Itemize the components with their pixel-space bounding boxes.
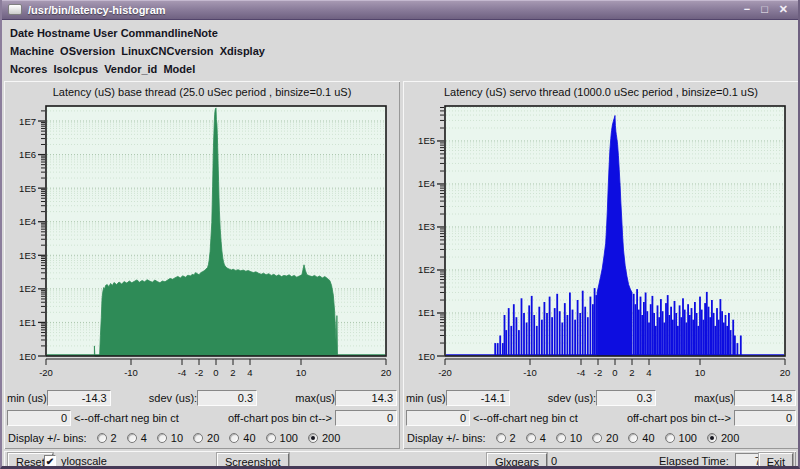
bottom-toolbar: Reset ✔ ylogscale Screenshot Glxgears 0 …: [4, 451, 796, 469]
radio-label: 200: [721, 432, 739, 444]
close-button[interactable]: ✕: [779, 3, 788, 16]
sdev-entry[interactable]: 0.3: [197, 390, 257, 406]
glxgears-button[interactable]: Glxgears: [487, 453, 547, 469]
pos-bin-count-entry[interactable]: 0: [734, 410, 796, 426]
svg-text:-20: -20: [438, 367, 452, 378]
pos-bin-count-entry[interactable]: 0: [335, 410, 397, 426]
radio-dot[interactable]: [526, 433, 536, 443]
svg-text:-10: -10: [523, 367, 537, 378]
ylogscale-checkbox[interactable]: ✔: [44, 455, 56, 467]
info-header: Date Hostname User CommandlineNote Machi…: [2, 20, 798, 80]
svg-text:10: 10: [695, 367, 706, 378]
min-entry[interactable]: -14.1: [446, 390, 510, 406]
svg-text:20: 20: [780, 367, 791, 378]
sdev-entry[interactable]: 0.3: [596, 390, 656, 406]
base-chart-title: Latency (uS) base thread (25.0 uSec peri…: [4, 82, 400, 100]
min-label: min (us): [7, 392, 47, 404]
radio-label: 4: [540, 432, 546, 444]
svg-text:1E1: 1E1: [418, 307, 435, 318]
radio-label: 200: [322, 432, 340, 444]
pos-bin-label: off-chart pos bin ct-->: [627, 412, 734, 424]
svg-text:1E2: 1E2: [19, 283, 36, 294]
radio-dot[interactable]: [628, 433, 638, 443]
minimize-button[interactable]: −: [744, 3, 750, 16]
app-window: /usr/bin/latency-histogram − □ ✕ Date Ho…: [0, 0, 800, 469]
radio-label: 40: [243, 432, 255, 444]
titlebar[interactable]: /usr/bin/latency-histogram − □ ✕: [2, 0, 798, 20]
radio-label: 100: [679, 432, 697, 444]
radio-dot[interactable]: [127, 433, 137, 443]
header-line-ncores: Ncores Isolcpus Vendor_id Model: [10, 60, 790, 78]
radio-dot[interactable]: [229, 433, 239, 443]
radio-label: 100: [280, 432, 298, 444]
svg-text:1E1: 1E1: [19, 317, 36, 328]
radio-label: 10: [570, 432, 582, 444]
neg-bin-count-entry[interactable]: 0: [7, 410, 71, 426]
header-line-date: Date Hostname User CommandlineNote: [10, 24, 790, 42]
radio-display-bins-100[interactable]: 100: [266, 432, 298, 444]
radio-display-bins-200[interactable]: 200: [308, 432, 340, 444]
servo-thread-histogram: 1E01E11E21E31E41E5-20-10-4-20241020: [403, 100, 799, 388]
svg-text:1E3: 1E3: [418, 221, 435, 232]
svg-text:1E2: 1E2: [418, 264, 435, 275]
display-bins-label: Display +/- bins:: [8, 432, 87, 444]
svg-text:1E7: 1E7: [19, 116, 36, 127]
radio-display-bins-40[interactable]: 40: [229, 432, 255, 444]
pos-bin-label: off-chart pos bin ct-->: [228, 412, 335, 424]
radio-label: 2: [111, 432, 117, 444]
radio-dot[interactable]: [266, 433, 276, 443]
max-entry[interactable]: 14.3: [335, 390, 397, 406]
svg-text:1E0: 1E0: [418, 351, 435, 362]
screenshot-button[interactable]: Screenshot: [217, 453, 289, 469]
radio-dot[interactable]: [665, 433, 675, 443]
radio-display-bins-10[interactable]: 10: [556, 432, 582, 444]
min-label: min (us): [406, 392, 446, 404]
sdev-label: sdev (us):: [149, 392, 197, 404]
radio-dot[interactable]: [157, 433, 167, 443]
radio-label: 40: [642, 432, 654, 444]
radio-dot[interactable]: [556, 433, 566, 443]
radio-label: 2: [510, 432, 516, 444]
servo-chart-title: Latency (uS) servo thread (1000.0 uSec p…: [403, 82, 799, 100]
radio-display-bins-20[interactable]: 20: [592, 432, 618, 444]
radio-display-bins-40[interactable]: 40: [628, 432, 654, 444]
exit-button[interactable]: Exit: [759, 453, 793, 469]
svg-text:2: 2: [230, 367, 235, 378]
radio-label: 20: [207, 432, 219, 444]
radio-display-bins-200[interactable]: 200: [707, 432, 739, 444]
radio-dot[interactable]: [496, 433, 506, 443]
window-title: /usr/bin/latency-histogram: [28, 4, 166, 16]
radio-display-bins-100[interactable]: 100: [665, 432, 697, 444]
glxgears-count: 0: [551, 455, 557, 467]
svg-text:-20: -20: [39, 367, 53, 378]
svg-text:-2: -2: [594, 367, 602, 378]
svg-text:1E6: 1E6: [19, 149, 36, 160]
max-label: max(us): [295, 392, 335, 404]
radio-display-bins-4[interactable]: 4: [127, 432, 147, 444]
radio-display-bins-4[interactable]: 4: [526, 432, 546, 444]
maximize-button[interactable]: □: [761, 3, 768, 16]
svg-text:-4: -4: [577, 367, 585, 378]
neg-bin-label: <--off-chart neg bin ct: [71, 412, 179, 424]
radio-label: 10: [171, 432, 183, 444]
min-entry[interactable]: -14.3: [47, 390, 111, 406]
sdev-label: sdev (us):: [548, 392, 596, 404]
radio-dot[interactable]: [308, 433, 318, 443]
neg-bin-count-entry[interactable]: 0: [406, 410, 470, 426]
radio-label: 4: [141, 432, 147, 444]
radio-dot[interactable]: [592, 433, 602, 443]
radio-display-bins-20[interactable]: 20: [193, 432, 219, 444]
radio-label: 20: [606, 432, 618, 444]
neg-bin-label: <--off-chart neg bin ct: [470, 412, 578, 424]
radio-display-bins-2[interactable]: 2: [496, 432, 516, 444]
radio-dot[interactable]: [707, 433, 717, 443]
max-label: max(us): [694, 392, 734, 404]
max-entry[interactable]: 14.8: [734, 390, 796, 406]
radio-display-bins-2[interactable]: 2: [97, 432, 117, 444]
svg-text:1E4: 1E4: [19, 216, 36, 227]
radio-dot[interactable]: [97, 433, 107, 443]
header-line-machine: Machine OSversion LinuxCNCversion Xdispl…: [10, 42, 790, 60]
radio-display-bins-10[interactable]: 10: [157, 432, 183, 444]
display-bins-label: Display +/- bins:: [407, 432, 486, 444]
radio-dot[interactable]: [193, 433, 203, 443]
